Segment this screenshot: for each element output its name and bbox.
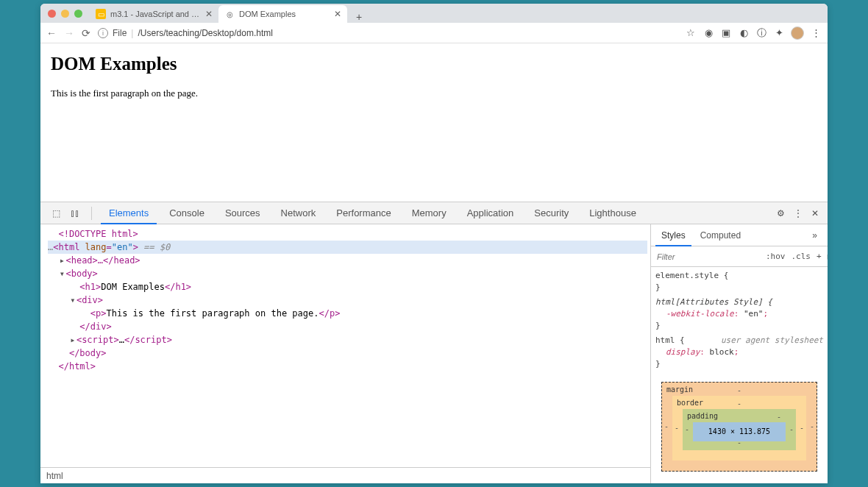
back-button[interactable]: ← (46, 27, 57, 39)
forward-button[interactable]: → (64, 27, 74, 39)
dom-tree[interactable]: <!DOCTYPE html> …<html lang="en"> == $0 … (40, 224, 650, 467)
cls-toggle[interactable]: .cls (789, 252, 814, 261)
style-rule[interactable]: element.style { } (655, 270, 823, 294)
div-open-node[interactable]: ▾<div> (48, 294, 647, 307)
page-icon: ◎ (224, 9, 235, 19)
tab-title: m3.1 - JavaScript and the DOM (110, 10, 201, 18)
extension-icon[interactable]: ◐ (738, 27, 750, 39)
toolbar: ← → ⟳ i File | /Users/teaching/Desktop/d… (40, 23, 828, 43)
star-icon[interactable]: ☆ (685, 27, 697, 39)
html-node[interactable]: …<html lang="en"> == $0 (48, 241, 647, 254)
hov-toggle[interactable]: :hov (764, 252, 788, 261)
div-close-node[interactable]: </div> (48, 320, 647, 333)
devtools-tab-bar: ⬚ ⫿⫿ Elements Console Sources Network Pe… (40, 202, 828, 224)
tab-styles[interactable]: Styles (655, 224, 691, 246)
browser-tab-2[interactable]: ◎ DOM Examples ✕ (218, 5, 347, 23)
page-viewport: DOM Examples This is the first paragraph… (40, 43, 828, 202)
more-tabs-icon[interactable]: » (806, 224, 823, 246)
browser-tab-1[interactable]: ▭ m3.1 - JavaScript and the DOM ✕ (90, 5, 218, 23)
h1-node[interactable]: <h1>DOM Examples</h1> (48, 280, 647, 294)
page-paragraph: This is the first paragraph on the page. (51, 88, 817, 99)
styles-panel: Styles Computed » :hov .cls + ▣ element.… (651, 224, 828, 483)
new-tab-button[interactable]: + (352, 11, 366, 23)
close-tab-icon[interactable]: ✕ (205, 9, 213, 19)
tab-sources[interactable]: Sources (217, 202, 268, 224)
doctype-node[interactable]: <!DOCTYPE html> (58, 229, 138, 239)
elements-dom-panel: <!DOCTYPE html> …<html lang="en"> == $0 … (40, 224, 651, 483)
profile-avatar[interactable] (791, 26, 804, 40)
new-style-rule-icon[interactable]: + (814, 252, 824, 261)
reload-button[interactable]: ⟳ (82, 27, 90, 39)
p-node[interactable]: <p>This is the first paragraph on the pa… (48, 307, 647, 320)
box-model-diagram[interactable]: margin - - - border - - - padding (655, 373, 823, 480)
style-rule[interactable]: html[Attributes Style] { -webkit-locale:… (655, 296, 823, 332)
url-path: /Users/teaching/Desktop/dom.html (138, 28, 272, 38)
page-heading: DOM Examples (51, 54, 817, 74)
tab-performance[interactable]: Performance (328, 202, 399, 224)
extensions-puzzle-icon[interactable]: ✦ (773, 27, 785, 39)
styles-pane-icon[interactable]: ▣ (825, 252, 828, 261)
style-rule[interactable]: html { user agent stylesheet display: bl… (655, 335, 823, 370)
tab-elements[interactable]: Elements (101, 202, 157, 224)
maximize-window-button[interactable] (74, 10, 82, 18)
site-info-icon[interactable]: i (98, 28, 108, 38)
box-model-padding: padding - - - - 1430 × 113.875 (683, 409, 796, 450)
inspect-element-icon[interactable]: ⬚ (49, 208, 63, 218)
close-tab-icon[interactable]: ✕ (334, 9, 341, 19)
titlebar: ▭ m3.1 - JavaScript and the DOM ✕ ◎ DOM … (40, 4, 828, 23)
file-scheme-label: File (113, 28, 127, 38)
tab-network[interactable]: Network (273, 202, 324, 224)
tab-strip: ▭ m3.1 - JavaScript and the DOM ✕ ◎ DOM … (90, 4, 366, 23)
breadcrumb[interactable]: html (40, 467, 650, 483)
traffic-lights (48, 10, 82, 18)
address-bar[interactable]: i File | /Users/teaching/Desktop/dom.htm… (98, 28, 677, 38)
extension-icon[interactable]: ▣ (720, 27, 732, 39)
gear-icon[interactable]: ⚙ (777, 208, 785, 218)
devtools-body: <!DOCTYPE html> …<html lang="en"> == $0 … (40, 224, 828, 483)
styles-filter-row: :hov .cls + ▣ (651, 246, 828, 267)
html-close-node[interactable]: </html> (48, 360, 647, 373)
close-icon[interactable]: ✕ (811, 208, 819, 218)
tab-security[interactable]: Security (526, 202, 577, 224)
tab-memory[interactable]: Memory (404, 202, 455, 224)
tab-application[interactable]: Application (459, 202, 522, 224)
separator (91, 207, 92, 220)
head-node[interactable]: ▸<head>…</head> (48, 254, 647, 267)
toolbar-right: ☆ ◉ ▣ ◐ ⓘ ✦ ⋮ (685, 26, 822, 40)
script-node[interactable]: ▸<script>…</script> (48, 333, 647, 346)
device-toggle-icon[interactable]: ⫿⫿ (68, 208, 82, 218)
tab-title: DOM Examples (239, 10, 330, 18)
minimize-window-button[interactable] (61, 10, 69, 18)
box-model-border: border - - - padding - - - - (672, 396, 806, 461)
style-rules[interactable]: element.style { } html[Attributes Style]… (651, 267, 828, 483)
extension-icon[interactable]: ◉ (702, 27, 714, 39)
kebab-menu-icon[interactable]: ⋮ (794, 208, 803, 218)
slides-icon: ▭ (96, 9, 106, 19)
tab-lighthouse[interactable]: Lighthouse (581, 202, 644, 224)
box-model-content: 1430 × 113.875 (693, 422, 786, 441)
body-open-node[interactable]: ▾<body> (48, 267, 647, 280)
browser-window: ▭ m3.1 - JavaScript and the DOM ✕ ◎ DOM … (40, 4, 828, 483)
body-close-node[interactable]: </body> (48, 346, 647, 360)
styles-tabs: Styles Computed » (651, 224, 828, 246)
styles-filter-input[interactable] (654, 252, 762, 261)
close-window-button[interactable] (48, 10, 56, 18)
kebab-menu-icon[interactable]: ⋮ (810, 27, 822, 39)
tab-console[interactable]: Console (161, 202, 213, 224)
box-model-margin: margin - - - border - - - padding (661, 382, 817, 472)
devtools-panel: ⬚ ⫿⫿ Elements Console Sources Network Pe… (40, 202, 828, 483)
extension-icon[interactable]: ⓘ (755, 27, 767, 39)
tab-computed[interactable]: Computed (694, 224, 747, 246)
